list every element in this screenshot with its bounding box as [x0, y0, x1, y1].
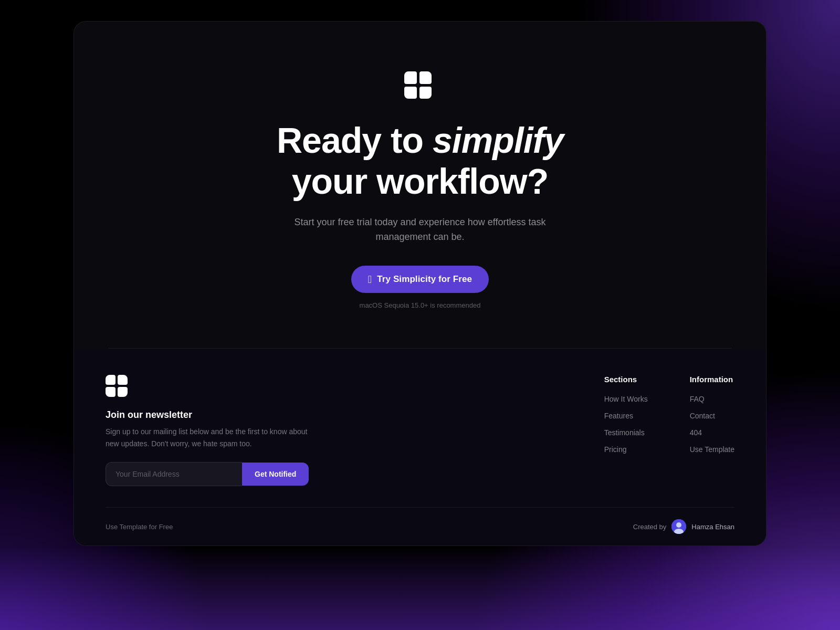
footer-nav: Sections How It Works Features Testimoni… — [604, 375, 734, 454]
list-item: Pricing — [604, 445, 648, 454]
email-input[interactable] — [106, 462, 242, 486]
list-item: FAQ — [690, 394, 734, 404]
footer-nav-information: Information FAQ Contact 404 Use Template — [690, 375, 734, 454]
logo-cell-tr — [419, 71, 432, 84]
footer-section: Join our newsletter Sign up to our maili… — [74, 349, 766, 545]
hero-title-line2: your workflow? — [292, 161, 548, 201]
cta-label: Try Simplicity for Free — [377, 274, 472, 285]
footer-logo — [106, 375, 316, 397]
bottom-gradient — [0, 546, 840, 630]
creator-name: Hamza Ehsan — [691, 523, 734, 531]
creator-avatar — [671, 519, 686, 534]
main-card: Ready to simplify your workflow? Start y… — [74, 21, 766, 546]
nav-link-contact[interactable]: Contact — [690, 412, 715, 420]
logo-cell-tl — [404, 71, 417, 84]
created-by-label: Created by — [633, 523, 667, 531]
hero-logo — [404, 71, 436, 103]
logo-cell-br — [419, 87, 432, 99]
newsletter-form: Get Notified — [106, 462, 316, 486]
footer-logo-cell-br — [118, 387, 128, 397]
footer-logo-cell-tl — [106, 375, 116, 385]
nav-link-testimonials[interactable]: Testimonials — [604, 428, 645, 437]
nav-link-404[interactable]: 404 — [690, 428, 702, 437]
nav-link-use-template[interactable]: Use Template — [690, 445, 734, 454]
sections-heading: Sections — [604, 375, 648, 384]
hero-title-italic: simplify — [433, 120, 563, 160]
nav-link-faq[interactable]: FAQ — [690, 395, 705, 403]
hero-title: Ready to simplify your workflow? — [277, 120, 563, 202]
footer-bottom: Use Template for Free Created by Hamza E… — [106, 507, 734, 545]
footer-left: Join our newsletter Sign up to our maili… — [106, 375, 316, 486]
information-list: FAQ Contact 404 Use Template — [690, 394, 734, 454]
hero-section: Ready to simplify your workflow? Start y… — [74, 22, 766, 349]
information-heading: Information — [690, 375, 734, 384]
logo-cell-bl — [404, 87, 417, 99]
footer-nav-sections: Sections How It Works Features Testimoni… — [604, 375, 648, 454]
nav-link-how-it-works[interactable]: How It Works — [604, 395, 648, 403]
list-item: Contact — [690, 411, 734, 421]
list-item: How It Works — [604, 394, 648, 404]
newsletter-title: Join our newsletter — [106, 410, 316, 421]
list-item: Use Template — [690, 445, 734, 454]
cta-button[interactable]:  Try Simplicity for Free — [351, 266, 489, 293]
list-item: Testimonials — [604, 428, 648, 437]
apple-icon:  — [368, 274, 372, 285]
footer-logo-cell-tr — [118, 375, 128, 385]
newsletter-desc: Sign up to our mailing list below and be… — [106, 426, 316, 449]
footer-bottom-right: Created by Hamza Ehsan — [633, 519, 734, 534]
nav-link-features[interactable]: Features — [604, 412, 633, 420]
svg-point-1 — [676, 522, 681, 528]
nav-link-pricing[interactable]: Pricing — [604, 445, 627, 454]
footer-top: Join our newsletter Sign up to our maili… — [106, 375, 734, 507]
footer-logo-cell-bl — [106, 387, 116, 397]
footer-bottom-left: Use Template for Free — [106, 523, 173, 531]
notify-button[interactable]: Get Notified — [242, 463, 309, 486]
hero-note: macOS Sequoia 15.0+ is recommended — [360, 301, 481, 309]
list-item: 404 — [690, 428, 734, 437]
hero-subtitle: Start your free trial today and experien… — [294, 215, 546, 245]
sections-list: How It Works Features Testimonials Prici… — [604, 394, 648, 454]
list-item: Features — [604, 411, 648, 421]
